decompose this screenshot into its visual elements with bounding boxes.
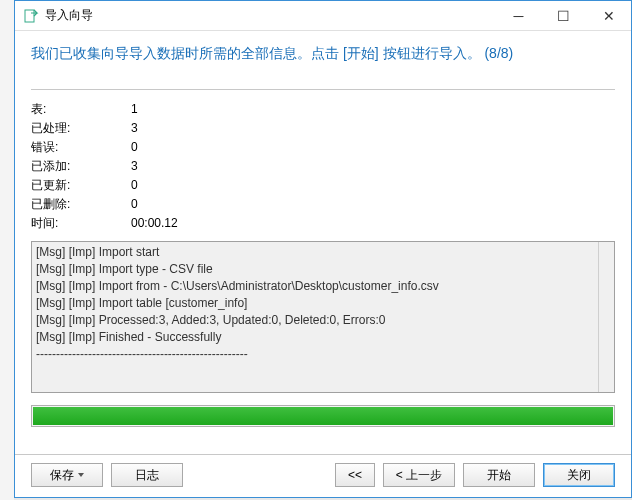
background-slice xyxy=(0,0,14,500)
log-button[interactable]: 日志 xyxy=(111,463,183,487)
svg-rect-0 xyxy=(25,10,34,22)
previous-step-label: < 上一步 xyxy=(396,467,442,484)
stats-section: 表:1 已处理:3 错误:0 已添加:3 已更新:0 已删除:0 时间:00:0… xyxy=(31,89,615,233)
stat-label: 已添加: xyxy=(31,157,131,176)
log-scrollbar[interactable] xyxy=(598,242,614,392)
log-line: [Msg] [Imp] Import start xyxy=(36,244,610,261)
stat-label: 已更新: xyxy=(31,176,131,195)
window-buttons: ─ ☐ ✕ xyxy=(496,2,631,30)
first-step-button[interactable]: << xyxy=(335,463,375,487)
start-button[interactable]: 开始 xyxy=(463,463,535,487)
chevron-down-icon xyxy=(78,473,84,477)
start-button-label: 开始 xyxy=(487,467,511,484)
maximize-button[interactable]: ☐ xyxy=(541,2,586,30)
stat-label: 错误: xyxy=(31,138,131,157)
stat-value: 0 xyxy=(131,176,138,195)
previous-step-button[interactable]: < 上一步 xyxy=(383,463,455,487)
log-output[interactable]: [Msg] [Imp] Import start [Msg] [Imp] Imp… xyxy=(31,241,615,393)
titlebar: 导入向导 ─ ☐ ✕ xyxy=(15,1,631,31)
stat-row: 时间:00:00.12 xyxy=(31,214,615,233)
app-icon xyxy=(23,8,39,24)
close-window-button[interactable]: ✕ xyxy=(586,2,631,30)
log-line: [Msg] [Imp] Finished - Successfully xyxy=(36,329,610,346)
wizard-headline: 我们已收集向导导入数据时所需的全部信息。点击 [开始] 按钮进行导入。 (8/8… xyxy=(15,31,631,69)
save-button-label: 保存 xyxy=(50,467,74,484)
stat-label: 已删除: xyxy=(31,195,131,214)
log-line: [Msg] [Imp] Import type - CSV file xyxy=(36,261,610,278)
stat-row: 错误:0 xyxy=(31,138,615,157)
stat-value: 3 xyxy=(131,119,138,138)
progress-bar-track xyxy=(31,405,615,427)
stat-row: 表:1 xyxy=(31,100,615,119)
button-bar: 保存 日志 << < 上一步 开始 关闭 xyxy=(15,454,631,497)
log-button-label: 日志 xyxy=(135,467,159,484)
stat-value: 00:00.12 xyxy=(131,214,178,233)
stat-value: 0 xyxy=(131,195,138,214)
import-wizard-window: 导入向导 ─ ☐ ✕ 我们已收集向导导入数据时所需的全部信息。点击 [开始] 按… xyxy=(14,0,632,498)
stat-row: 已添加:3 xyxy=(31,157,615,176)
stat-row: 已处理:3 xyxy=(31,119,615,138)
close-button-label: 关闭 xyxy=(567,467,591,484)
log-line: [Msg] [Imp] Processed:3, Added:3, Update… xyxy=(36,312,610,329)
stat-label: 已处理: xyxy=(31,119,131,138)
stat-row: 已删除:0 xyxy=(31,195,615,214)
stat-label: 表: xyxy=(31,100,131,119)
close-button[interactable]: 关闭 xyxy=(543,463,615,487)
log-line: ----------------------------------------… xyxy=(36,346,610,363)
first-step-label: << xyxy=(348,468,362,482)
stat-label: 时间: xyxy=(31,214,131,233)
progress-bar-fill xyxy=(33,407,613,425)
stat-value: 1 xyxy=(131,100,138,119)
stat-value: 3 xyxy=(131,157,138,176)
log-line: [Msg] [Imp] Import table [customer_info] xyxy=(36,295,610,312)
minimize-button[interactable]: ─ xyxy=(496,2,541,30)
window-title: 导入向导 xyxy=(45,7,496,24)
save-button[interactable]: 保存 xyxy=(31,463,103,487)
stat-value: 0 xyxy=(131,138,138,157)
log-line: [Msg] [Imp] Import from - C:\Users\Admin… xyxy=(36,278,610,295)
stat-row: 已更新:0 xyxy=(31,176,615,195)
